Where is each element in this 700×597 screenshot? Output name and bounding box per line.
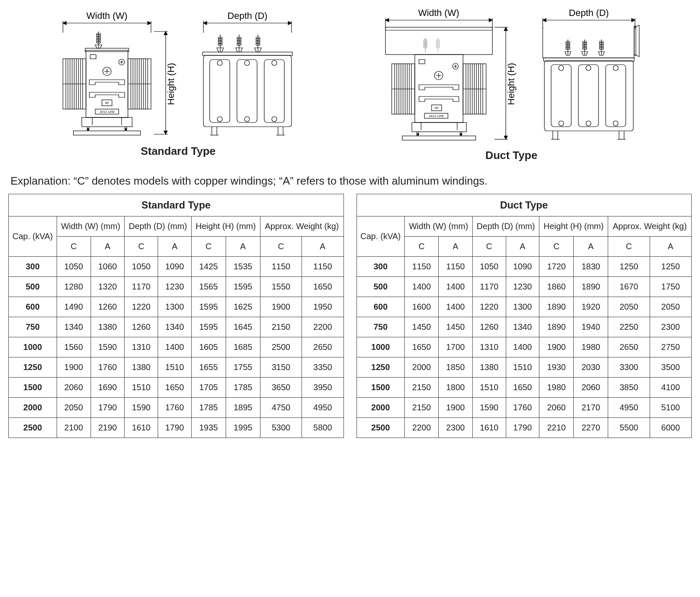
- svg-rect-39: [90, 55, 96, 59]
- table-cell: 2060: [539, 398, 574, 418]
- col-a: A: [91, 237, 125, 257]
- table-cell: 1650: [506, 378, 539, 398]
- col-height: Height (H) (mm): [191, 216, 260, 237]
- table-cell: 1000: [357, 337, 405, 357]
- table-cell: 1400: [405, 277, 439, 297]
- table-cell: 5100: [650, 398, 691, 418]
- svg-rect-50: [82, 117, 132, 127]
- table-cell: 1150: [260, 257, 302, 277]
- table-cell: 1090: [506, 257, 539, 277]
- table-cell: 1150: [302, 257, 343, 277]
- duct-type-group: Width (W) Height (H): [379, 8, 643, 162]
- table-cell: 1150: [439, 257, 473, 277]
- table-cell: 1400: [439, 297, 473, 317]
- table-cell: 1380: [91, 317, 125, 337]
- table-cell: 1230: [506, 277, 539, 297]
- table-cell: 3350: [302, 357, 343, 378]
- table-cell: 1590: [472, 398, 506, 418]
- tables-container: Standard Type Cap. (kVA) Width (W) (mm) …: [8, 194, 692, 438]
- col-c: C: [405, 237, 439, 257]
- table-cell: 1380: [125, 357, 158, 378]
- table-cell: 1785: [191, 398, 226, 418]
- col-c: C: [125, 237, 158, 257]
- table-cell: 4750: [260, 398, 302, 418]
- table-cell: 1170: [125, 277, 158, 297]
- col-a: A: [506, 237, 539, 257]
- table-cell: 2000: [357, 398, 405, 418]
- table-cell: 4100: [650, 378, 691, 398]
- table-cell: 1790: [158, 418, 192, 438]
- svg-text:24/12-1250: 24/12-1250: [99, 110, 114, 113]
- table-cell: 1900: [539, 337, 574, 357]
- table-cell: 750: [9, 317, 57, 337]
- col-depth: Depth (D) (mm): [472, 216, 539, 237]
- svg-rect-59: [73, 131, 141, 135]
- svg-rect-64: [203, 55, 291, 127]
- table-cell: 1610: [125, 418, 158, 438]
- svg-point-85: [245, 60, 250, 65]
- table-cell: 4950: [608, 398, 650, 418]
- table-cell: 1595: [226, 277, 260, 297]
- table-cell: 1900: [260, 297, 302, 317]
- table-cell: 2100: [57, 418, 91, 438]
- table-cell: 1700: [439, 337, 473, 357]
- table-row: 30010501060105010901425153511501150: [9, 257, 344, 277]
- table-cell: 2500: [357, 418, 405, 438]
- table-row: 100015601590131014001605168525002650: [9, 337, 344, 357]
- col-height: Height (H) (mm): [539, 216, 608, 237]
- table-cell: 1310: [472, 337, 506, 357]
- table-cell: 2500: [9, 418, 57, 438]
- table-cell: 1250: [357, 357, 405, 378]
- svg-text:NP: NP: [435, 107, 439, 109]
- table-cell: 2200: [405, 418, 439, 438]
- table-cell: 1850: [439, 357, 473, 378]
- table-cell: 1450: [439, 317, 473, 337]
- table-cell: 2150: [405, 378, 439, 398]
- col-c: C: [260, 237, 302, 257]
- table-cell: 1930: [539, 357, 574, 378]
- table-cell: 1000: [9, 337, 57, 357]
- svg-rect-140: [415, 55, 463, 123]
- table-cell: 1755: [226, 357, 260, 378]
- table-cell: 1230: [158, 277, 192, 297]
- table-cell: 2650: [302, 337, 343, 357]
- table-cell: 1650: [158, 378, 192, 398]
- table-cell: 2000: [405, 357, 439, 378]
- table-cell: 2300: [650, 317, 691, 337]
- svg-text:Depth (D): Depth (D): [227, 10, 267, 21]
- table-cell: 1980: [539, 378, 574, 398]
- table-cell: 1050: [57, 257, 91, 277]
- table-cell: 2060: [57, 378, 91, 398]
- table-cell: 3650: [260, 378, 302, 398]
- col-depth: Depth (D) (mm): [125, 216, 191, 237]
- col-cap: Cap. (kVA): [9, 216, 57, 257]
- col-weight: Approx. Weight (kg): [608, 216, 692, 237]
- table-cell: 1650: [302, 277, 343, 297]
- table-cell: 1260: [91, 297, 125, 317]
- svg-text:Height (H): Height (H): [506, 63, 516, 105]
- table-cell: 1920: [574, 297, 608, 317]
- table-cell: 1250: [608, 257, 650, 277]
- table-cell: 1995: [226, 418, 260, 438]
- table-row: 125020001850138015101930203033003500: [357, 357, 692, 378]
- table-cell: 1790: [506, 418, 539, 438]
- table-cell: 4950: [302, 398, 343, 418]
- table-row: 125019001760138015101655175531503350: [9, 357, 344, 378]
- table-row: 60016001400122013001890192020502050: [357, 297, 692, 317]
- table-row: 200021501900159017602060217049505100: [357, 398, 692, 418]
- table-cell: 1535: [226, 257, 260, 277]
- table-row: 75013401380126013401595164521502200: [9, 317, 344, 337]
- svg-point-193: [559, 121, 564, 126]
- svg-rect-189: [544, 58, 634, 61]
- table-cell: 1625: [226, 297, 260, 317]
- col-c: C: [539, 237, 574, 257]
- standard-type-group: Width (W) Height (H): [57, 8, 300, 162]
- standard-table-title: Standard Type: [9, 194, 344, 216]
- table-cell: 1890: [539, 297, 574, 317]
- table-cell: 1400: [506, 337, 539, 357]
- explanation-text: Explanation: “C” denotes models with cop…: [8, 175, 692, 188]
- table-cell: 2170: [574, 398, 608, 418]
- duct-table-title: Duct Type: [357, 194, 692, 216]
- svg-text:Width (W): Width (W): [86, 10, 128, 21]
- table-cell: 1670: [608, 277, 650, 297]
